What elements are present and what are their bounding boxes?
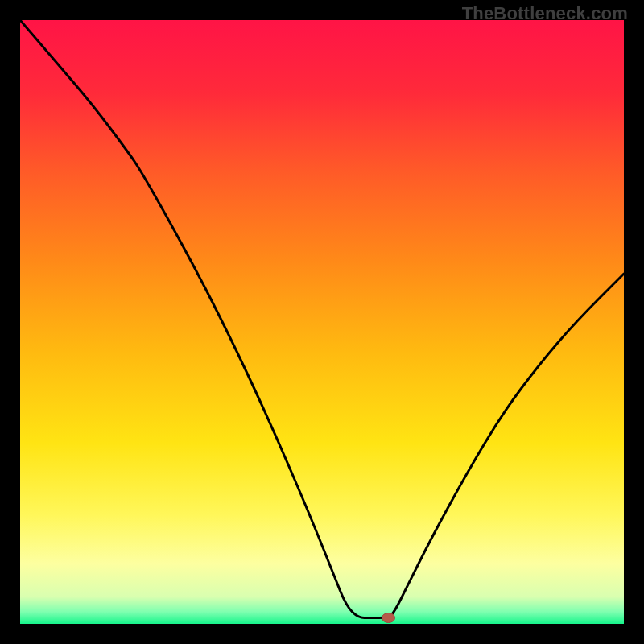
gradient-background: [20, 20, 624, 624]
bottleneck-chart: [20, 20, 624, 624]
plot-area: [20, 20, 624, 624]
optimal-point-marker: [382, 613, 395, 623]
chart-frame: TheBottleneck.com: [0, 0, 644, 644]
watermark-text: TheBottleneck.com: [462, 3, 628, 24]
